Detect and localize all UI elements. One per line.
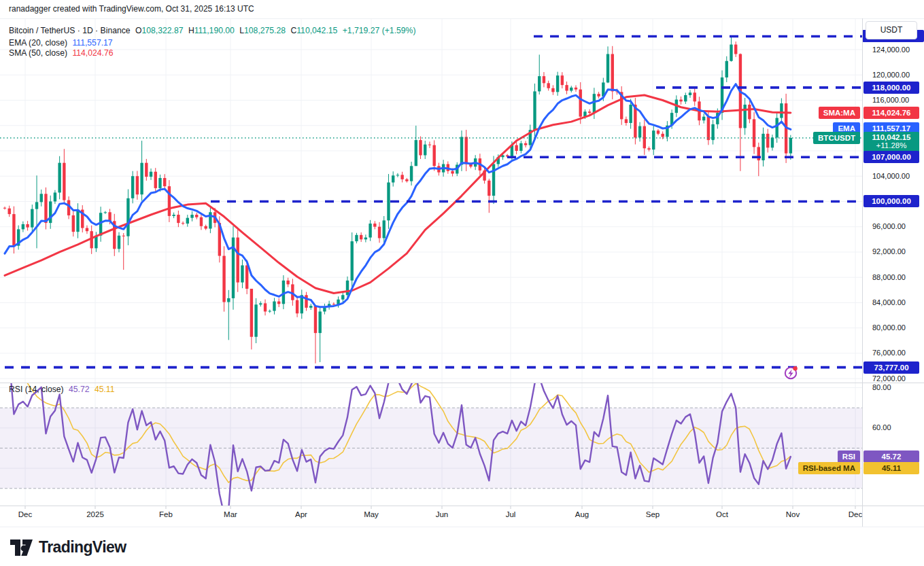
sma-value: 114,024.76: [72, 48, 113, 58]
flash-idea-icon[interactable]: [785, 366, 798, 378]
currency-toggle-button[interactable]: USDT: [866, 21, 917, 39]
open-value: 108,322.87: [141, 26, 183, 35]
time-axis[interactable]: Dec2025FebMarAprMayJunJulAugSepOctNovDec: [0, 506, 862, 527]
time-axis-month-label: May: [364, 510, 379, 518]
price-axis-tick: 96,000.00: [872, 222, 906, 230]
time-axis-month-label: Jun: [436, 510, 449, 518]
symbol-title: Bitcoin / TetherUS · 1D · Binance: [9, 26, 131, 35]
rsi-axis-tick: 80.00: [872, 383, 891, 391]
rsi-ma-tag-badge: RSI-based MA: [798, 462, 860, 474]
time-axis-month-label: Mar: [224, 510, 237, 518]
ema-value: 111,557.17: [72, 38, 112, 48]
sma-label: SMA (50, close): [9, 48, 67, 58]
sma-legend-row: SMA (50, close) 114,024.76: [9, 48, 116, 58]
symbol-legend-row: Bitcoin / TetherUS · 1D · Binance O108,3…: [9, 26, 418, 35]
price-axis-tick: 104,000.00: [872, 172, 910, 180]
close-key: C: [290, 26, 296, 35]
time-axis-month-label: Jul: [506, 510, 516, 518]
time-axis-month-label: Feb: [159, 510, 173, 518]
time-axis-month-label: 2025: [86, 510, 104, 518]
rsi-value: 45.72: [69, 385, 90, 394]
price-axis-tick: 80,000.00: [872, 323, 906, 332]
sma-line-tag-badge: SMA:MA: [819, 107, 860, 119]
price-axis-tick: 88,000.00: [872, 273, 906, 281]
rsi-ma-axis-value-badge: 45.11: [863, 462, 919, 474]
rsi-axis-tick: 60.00: [872, 423, 891, 431]
price-axis-tick: 120,000.00: [872, 71, 910, 79]
sma-axis-value-badge: 114,024.76: [863, 107, 919, 119]
low-value: 108,275.28: [244, 26, 286, 35]
level-axis-badge: 118,000.00: [863, 82, 919, 94]
tradingview-logo-link[interactable]: TradingView: [9, 533, 126, 561]
time-axis-month-label: Apr: [295, 510, 307, 518]
rsi-tag-badge: RSI: [838, 450, 860, 463]
price-axis-tick: 92,000.00: [872, 247, 906, 255]
time-axis-month-label: Aug: [575, 510, 589, 518]
current-price-value: 110,042.15: [863, 133, 919, 141]
attribution-text: ranadagger created with TradingView.com,…: [9, 4, 254, 14]
rsi-label: RSI (14, close): [9, 385, 64, 394]
price-axis-tick: 76,000.00: [872, 349, 906, 357]
time-axis-month-label: Dec: [849, 510, 862, 518]
footer-separator: [0, 527, 924, 527]
change-percent-value: +11.28%: [863, 141, 919, 149]
time-axis-month-label: Dec: [18, 510, 32, 518]
tradingview-logo-icon: [9, 535, 34, 559]
chart-canvas[interactable]: [0, 0, 924, 566]
price-axis-tick: 84,000.00: [872, 298, 906, 306]
price-axis-tick: 116,000.00: [872, 96, 909, 104]
price-axis-tick: 124,000.00: [872, 46, 910, 54]
close-value: 110,042.15: [296, 26, 337, 35]
time-axis-month-label: Nov: [786, 510, 800, 518]
rsi-axis-value-badge: 45.72: [863, 450, 919, 463]
header-separator: [0, 18, 924, 19]
level-axis-badge: 73,777.00: [863, 361, 919, 374]
level-axis-badge: 100,000.00: [863, 195, 919, 207]
time-axis-month-label: Oct: [716, 510, 728, 518]
tradingview-published-chart: ranadagger created with TradingView.com,…: [0, 0, 924, 566]
ema-legend-row: EMA (20, close) 111,557.17: [9, 38, 116, 48]
ema-label: EMA (20, close): [9, 38, 67, 48]
rsi-ma-value: 45.11: [95, 385, 115, 394]
tradingview-logo-text: TradingView: [39, 538, 126, 556]
price-axis-tick: 72,000.00: [872, 374, 906, 383]
high-key: H: [188, 26, 194, 35]
price-axis-border: [862, 18, 863, 527]
change-value: +1,719.27 (+1.59%): [343, 26, 416, 35]
symbol-tag-badge: BTCUSDT: [813, 132, 860, 144]
high-value: 111,190.00: [194, 26, 235, 35]
candles: [3, 36, 792, 364]
time-axis-month-label: Sep: [646, 510, 660, 518]
pane-separator[interactable]: [0, 383, 924, 383]
level-axis-badge: 107,000.00: [863, 151, 919, 163]
rsi-legend-row: RSI (14, close) 45.72 45.11: [9, 385, 117, 394]
